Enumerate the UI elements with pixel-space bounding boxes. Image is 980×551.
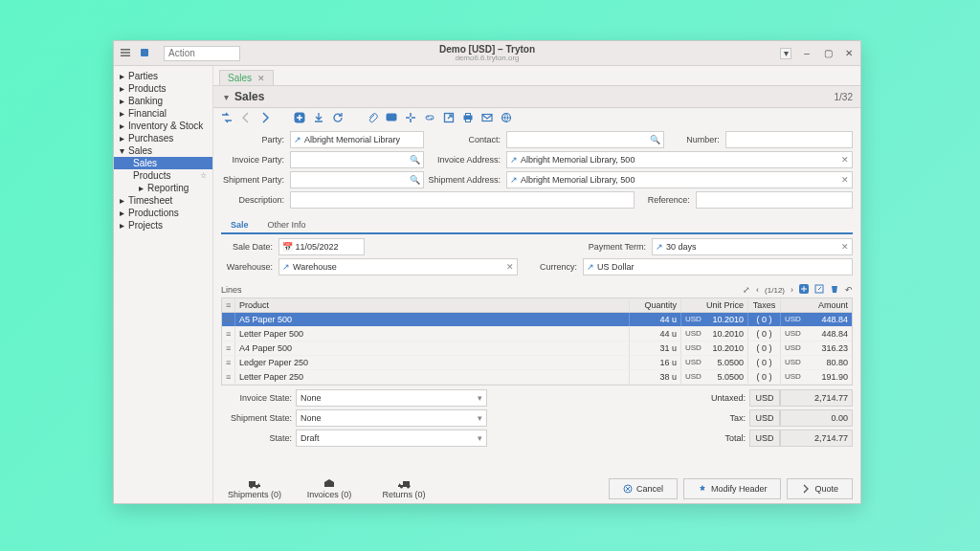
- modify-header-button[interactable]: Modify Header: [683, 478, 782, 499]
- sidebar-item-timesheet[interactable]: ▸ Timesheet: [114, 194, 212, 207]
- col-unit-price[interactable]: Unit Price: [681, 298, 748, 312]
- col-quantity[interactable]: Quantity: [630, 298, 681, 312]
- warehouse-field[interactable]: ↗Warehouse✕: [278, 258, 518, 276]
- sidebar-item-sales[interactable]: ▾ Sales: [114, 144, 212, 157]
- shipment-address-field[interactable]: ↗Albright Memorial Library, 500✕: [506, 171, 853, 188]
- reload-icon[interactable]: [332, 112, 344, 125]
- record-counter: 1/32: [835, 92, 853, 102]
- contact-field[interactable]: 🔍: [506, 131, 664, 148]
- sidebar-item-sales-sales[interactable]: Sales: [114, 157, 212, 169]
- minimize-button[interactable]: –: [801, 48, 813, 59]
- external-link-icon: ↗: [294, 135, 301, 144]
- clear-icon[interactable]: ✕: [502, 262, 514, 272]
- sidebar-item-products[interactable]: ▸ Products: [114, 82, 212, 95]
- clear-icon[interactable]: ✕: [837, 242, 849, 252]
- party-field[interactable]: ↗Albright Memorial Library: [290, 131, 424, 148]
- shipments-stat[interactable]: Shipments (0): [221, 477, 288, 499]
- tax-currency: USD: [749, 409, 780, 427]
- table-row[interactable]: ≡A4 Paper 50031 uUSD10.2010( 0 )USD316.2…: [222, 342, 852, 356]
- close-button[interactable]: ✕: [843, 48, 855, 59]
- shipment-state-select[interactable]: None▾: [296, 409, 487, 427]
- collapse-icon[interactable]: ▾: [221, 92, 231, 102]
- clear-icon[interactable]: ✕: [837, 155, 849, 165]
- lines-open-icon[interactable]: [814, 284, 824, 296]
- sidebar-item-parties[interactable]: ▸ Parties: [114, 70, 212, 82]
- sidebar-item-banking[interactable]: ▸ Banking: [114, 95, 212, 107]
- invoice-state-select[interactable]: None▾: [296, 389, 487, 407]
- col-taxes[interactable]: Taxes: [748, 298, 781, 312]
- sidebar-item-inventory[interactable]: ▸ Inventory & Stock: [114, 120, 212, 132]
- sidebar-item-projects[interactable]: ▸ Projects: [114, 219, 212, 231]
- reference-field[interactable]: [696, 191, 853, 209]
- app-window: Demo [USD] – Tryton demo6.6.tryton.org ▾…: [113, 40, 861, 504]
- total-currency: USD: [749, 430, 780, 447]
- col-product[interactable]: Product: [235, 298, 630, 312]
- tab-sales[interactable]: Sales✕: [219, 70, 274, 85]
- description-label: Description:: [221, 195, 286, 205]
- expand-icon[interactable]: ⤢: [743, 285, 750, 295]
- titlebar: Demo [USD] – Tryton demo6.6.tryton.org ▾…: [114, 41, 860, 66]
- table-row[interactable]: ≡Letter Paper 25038 uUSD5.0500( 0 )USD19…: [222, 370, 852, 385]
- next-record-icon[interactable]: [259, 112, 271, 125]
- sidebar-item-sales-reporting[interactable]: ▸ Reporting: [114, 182, 212, 194]
- relate-icon[interactable]: [424, 112, 435, 125]
- lines-undo-icon[interactable]: ↶: [845, 285, 853, 295]
- shipment-state-label: Shipment State:: [221, 413, 296, 423]
- attach-icon[interactable]: [367, 112, 378, 125]
- lines-pager: (1/12): [765, 286, 785, 295]
- sidebar-item-sales-products[interactable]: Products☆: [114, 169, 212, 182]
- page-title: Sales: [234, 90, 264, 103]
- clear-icon[interactable]: ✕: [837, 175, 849, 185]
- note-icon[interactable]: [386, 112, 397, 125]
- sidebar-item-purchases[interactable]: ▸ Purchases: [114, 132, 212, 144]
- description-field[interactable]: [290, 191, 635, 209]
- email-icon[interactable]: [481, 112, 493, 125]
- sale-date-field[interactable]: 📅 11/05/2022: [278, 238, 365, 255]
- returns-stat[interactable]: Returns (0): [370, 477, 437, 499]
- sub-tab-bar: Sale Other Info: [221, 217, 853, 234]
- external-link-icon: ↗: [656, 242, 663, 252]
- subtab-sale[interactable]: Sale: [221, 217, 258, 234]
- invoice-address-field[interactable]: ↗Albright Memorial Library, 500✕: [506, 151, 853, 168]
- quote-button[interactable]: Quote: [787, 478, 853, 499]
- chevron-down-icon: ▾: [478, 413, 482, 423]
- switch-view-icon[interactable]: [221, 112, 233, 125]
- star-icon[interactable]: ☆: [200, 171, 207, 180]
- sidebar-item-financial[interactable]: ▸ Financial: [114, 107, 212, 120]
- subtab-other-info[interactable]: Other Info: [258, 217, 316, 232]
- external-link-icon: ↗: [510, 175, 518, 185]
- lines-next-icon[interactable]: ›: [791, 285, 793, 295]
- invoices-stat[interactable]: Invoices (0): [296, 477, 363, 499]
- external-link-icon: ↗: [510, 155, 518, 165]
- table-row[interactable]: ≡Ledger Paper 25016 uUSD5.0500( 0 )USD80…: [222, 356, 852, 370]
- open-icon[interactable]: [443, 112, 455, 125]
- state-select[interactable]: Draft▾: [296, 430, 487, 447]
- globe-icon[interactable]: [501, 112, 512, 125]
- payment-term-field[interactable]: ↗30 days✕: [652, 238, 853, 255]
- window-menu-button[interactable]: ▾: [780, 48, 791, 59]
- tab-close-icon[interactable]: ✕: [257, 74, 265, 83]
- shipment-party-field[interactable]: 🔍: [290, 171, 424, 188]
- new-icon[interactable]: [294, 112, 305, 125]
- table-row[interactable]: ≡Letter Paper 50044 uUSD10.2010( 0 )USD4…: [222, 327, 852, 342]
- number-field[interactable]: [725, 131, 853, 148]
- lines-add-icon[interactable]: [799, 284, 809, 296]
- action-icon[interactable]: [405, 112, 416, 125]
- invoice-party-field[interactable]: 🔍: [290, 151, 424, 168]
- maximize-button[interactable]: ▢: [822, 48, 834, 59]
- save-icon[interactable]: [313, 112, 324, 125]
- action-input[interactable]: [164, 46, 240, 61]
- cancel-button[interactable]: Cancel: [609, 478, 678, 499]
- table-row[interactable]: ≡A5 Paper 50044 uUSD10.2010( 0 )USD448.8…: [222, 313, 852, 327]
- tab-bar: Sales✕: [213, 66, 860, 85]
- prev-record-icon[interactable]: [240, 112, 252, 125]
- sidebar-item-productions[interactable]: ▸ Productions: [114, 207, 212, 219]
- col-amount[interactable]: Amount: [781, 298, 852, 312]
- menu-icon[interactable]: [120, 47, 131, 60]
- currency-field[interactable]: ↗US Dollar: [583, 258, 853, 276]
- print-icon[interactable]: [462, 112, 474, 125]
- state-label: State:: [221, 433, 296, 443]
- untaxed-currency: USD: [749, 389, 780, 407]
- lines-prev-icon[interactable]: ‹: [756, 285, 759, 295]
- lines-delete-icon[interactable]: [830, 284, 839, 296]
